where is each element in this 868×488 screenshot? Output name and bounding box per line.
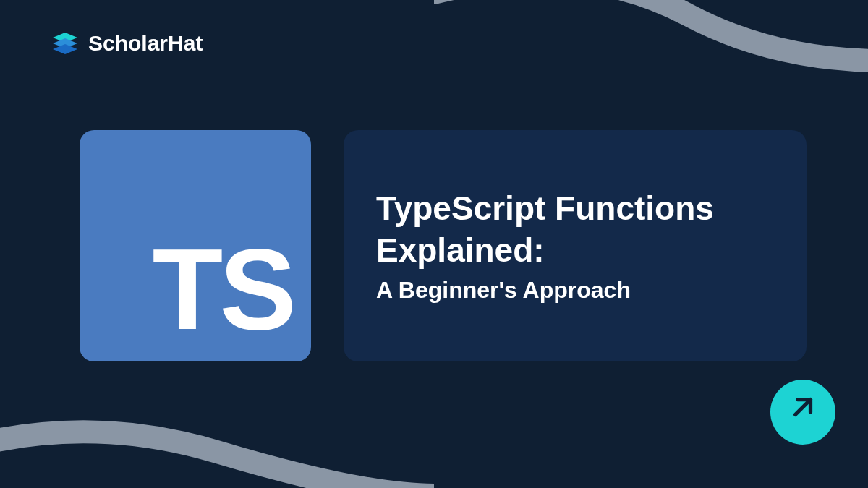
brand-name: ScholarHat bbox=[88, 31, 203, 56]
svg-line-0 bbox=[796, 400, 811, 415]
title-card: TypeScript Functions Explained: A Beginn… bbox=[344, 130, 807, 361]
title-subtitle: A Beginner's Approach bbox=[376, 277, 774, 304]
arrow-up-right-icon bbox=[788, 392, 818, 429]
scholarhat-logo-icon bbox=[51, 29, 80, 58]
title-main: TypeScript Functions Explained: bbox=[376, 188, 774, 271]
next-arrow-button[interactable] bbox=[770, 380, 835, 445]
typescript-badge-text: TS bbox=[153, 231, 293, 347]
decorative-curve-top bbox=[434, 0, 868, 116]
logo: ScholarHat bbox=[51, 29, 203, 58]
typescript-badge: TS bbox=[80, 130, 311, 361]
decorative-curve-bottom bbox=[0, 387, 434, 488]
